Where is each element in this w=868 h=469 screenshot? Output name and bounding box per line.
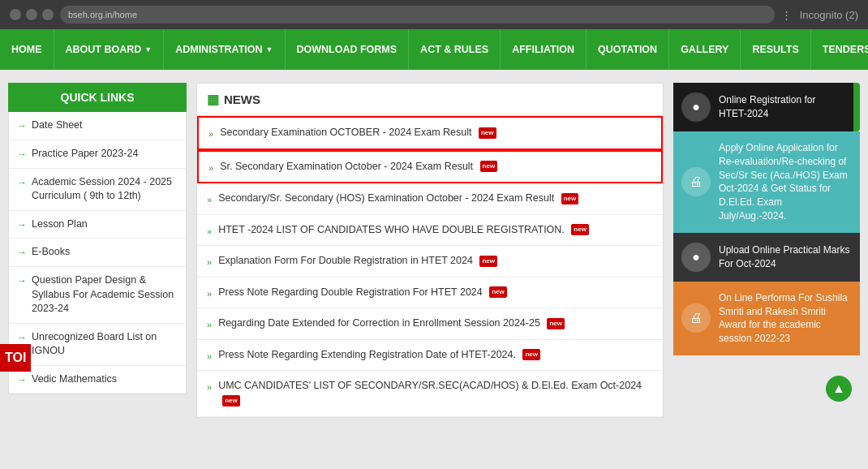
chevron-icon: » [208,161,213,175]
re-evaluation-card[interactable]: 🖨 Apply Online Application for Re-evalua… [673,131,860,233]
new-badge: new [479,256,497,267]
chevron-icon: » [208,127,213,141]
right-panel-wrapper: ● Online Registration for HTET-2024 🖨 Ap… [673,83,860,418]
arrow-icon: → [17,331,27,345]
chevron-icon: » [207,350,212,364]
new-badge: new [489,286,507,298]
nav-quotation[interactable]: QUOTATION [587,29,669,70]
browser-url[interactable]: bseh.org.in/home [60,6,775,24]
right-panel: ● Online Registration for HTET-2024 🖨 Ap… [673,83,860,418]
green-accent-bar [853,83,860,131]
nav-about-board[interactable]: ABOUT BOARD ▼ [54,29,165,70]
chevron-icon: » [207,381,212,394]
settings-icon[interactable]: ⋮ [781,9,792,21]
news-item-1[interactable]: » Sr. Secondary Examination October - 20… [197,150,663,184]
browser-controls [10,9,54,20]
award-icon: 🖨 [681,303,711,333]
arrow-icon: → [17,176,27,190]
sidebar: QUICK LINKS → Date Sheet → Practice Pape… [8,83,187,418]
news-item-0[interactable]: » Secondary Examination OCTOBER - 2024 E… [197,116,663,150]
back-button[interactable] [10,9,21,20]
sidebar-body: → Date Sheet → Practice Paper 2023-24 → … [8,112,187,394]
nav-administration[interactable]: ADMINISTRATION ▼ [164,29,285,70]
upload-icon: ● [681,243,711,272]
sidebar-item-vedic-math[interactable]: → Vedic Mathematics [9,366,186,394]
new-badge: new [547,318,565,329]
sidebar-item-academic-session[interactable]: → Academic Session 2024 - 2025 Curriculu… [9,169,186,211]
news-panel: ▦ NEWS » Secondary Examination OCTOBER -… [196,83,664,418]
arrow-icon: → [17,373,27,387]
sidebar-header: QUICK LINKS [8,83,187,112]
right-card-htet: ● Online Registration for HTET-2024 [673,83,860,131]
sidebar-item-lesson-plan[interactable]: → Lesson Plan [9,211,186,239]
news-item-4[interactable]: » Explanation Form For Double Registrati… [197,246,663,278]
new-badge: new [479,127,496,139]
news-icon: ▦ [207,92,219,107]
nav-act-rules[interactable]: ACT & RULES [409,29,501,70]
news-header: ▦ NEWS [197,84,663,116]
upload-marks-card[interactable]: ● Upload Online Practical Marks For Oct-… [673,233,860,282]
scroll-up-button[interactable]: ▲ [826,376,852,402]
news-item-7[interactable]: » Press Note Regarding Extending Registr… [197,340,663,372]
htet-registration-card[interactable]: ● Online Registration for HTET-2024 [673,83,853,131]
main-content: QUICK LINKS → Date Sheet → Practice Pape… [0,70,868,431]
chevron-icon: » [207,318,212,332]
new-badge: new [522,349,540,360]
arrow-icon: → [17,119,27,133]
nav-download-forms[interactable]: DOWNLOAD FORMS [286,29,410,70]
arrow-icon: → [17,148,27,161]
nav-tenders[interactable]: TENDERS [811,29,868,70]
sidebar-item-question-paper[interactable]: → Question Paper Design & Syllabus For A… [9,267,186,324]
dropdown-arrow: ▼ [144,45,152,54]
chevron-icon: » [207,256,212,269]
nav-results[interactable]: RESULTS [741,29,810,70]
new-badge: new [222,395,240,407]
sidebar-item-unrecognized[interactable]: → Unrecognized Board List on IGNOU [9,324,186,366]
sidebar-item-ebooks[interactable]: → E-Books [9,239,186,267]
browser-icons: ⋮ Incognito (2) [781,9,858,21]
arrow-icon: → [17,218,27,232]
news-item-2[interactable]: » Secondary/Sr. Secondary (HOS) Examinat… [197,183,663,215]
new-badge: new [571,224,589,235]
chevron-icon: » [207,225,212,239]
nav-gallery[interactable]: GALLERY [669,29,741,70]
news-item-8[interactable]: » UMC CANDIDATES' LIST OF SECONDARY/SR.S… [197,371,663,417]
document-icon: 🖨 [681,167,711,196]
news-item-5[interactable]: » Press Note Regarding Double Registrati… [197,278,663,309]
arrow-icon: → [17,274,27,288]
browser-bar: bseh.org.in/home ⋮ Incognito (2) [0,0,868,29]
news-item-6[interactable]: » Regarding Date Extended for Correction… [197,308,663,340]
chevron-icon: » [207,193,212,207]
new-badge: new [561,193,579,204]
arrow-icon: → [17,246,27,260]
news-item-3[interactable]: » HTET -2024 LIST OF CANDIDATES WHO HAVE… [197,215,663,247]
navbar: HOME ABOUT BOARD ▼ ADMINISTRATION ▼ DOWN… [0,29,868,70]
incognito-label: Incognito (2) [800,9,858,21]
reload-button[interactable] [42,9,54,20]
new-badge: new [480,161,498,172]
sidebar-item-date-sheet[interactable]: → Date Sheet [9,112,186,140]
url-text: bseh.org.in/home [68,10,137,19]
registration-icon: ● [681,93,711,122]
dropdown-arrow: ▼ [266,45,273,54]
nav-affiliation[interactable]: AFFILIATION [501,29,587,70]
forward-button[interactable] [26,9,37,20]
toi-badge[interactable]: TOI [0,344,31,372]
nav-home[interactable]: HOME [0,29,54,70]
chevron-icon: » [207,287,212,301]
smriti-award-card[interactable]: 🖨 On Line Performa For Sushila Smriti an… [673,282,860,355]
sidebar-item-practice-paper[interactable]: → Practice Paper 2023-24 [9,140,186,169]
